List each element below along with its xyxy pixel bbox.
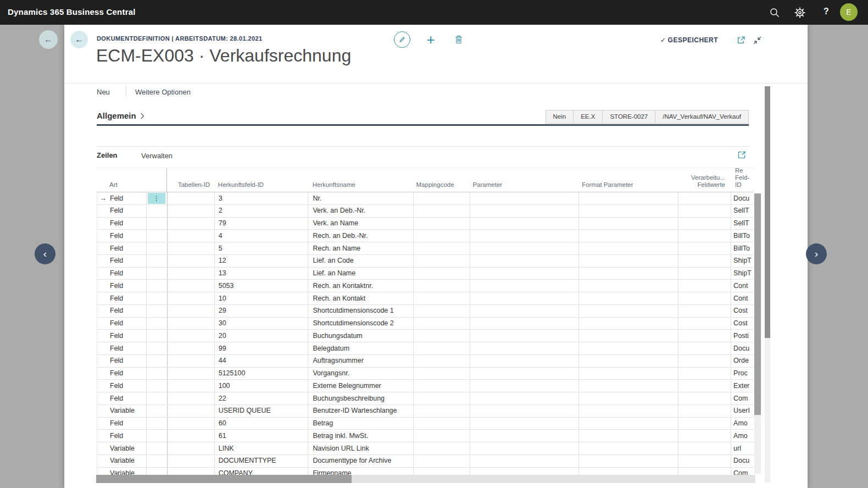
cell-verarb[interactable] [678,442,731,454]
open-in-new-window-icon[interactable] [736,36,746,46]
cell-tabellen_id[interactable] [168,318,215,330]
cell-tabellen_id[interactable] [168,292,215,304]
cell-verarb[interactable] [678,418,731,430]
cell-art[interactable]: Feld [97,330,147,342]
column-header-feld_id[interactable]: Herkunftsfeld-ID [214,168,308,192]
cell-format[interactable] [579,192,679,204]
table-vertical-scrollbar-thumb[interactable] [754,193,761,415]
column-header-row-menu[interactable] [146,168,167,192]
cell-row-menu[interactable] [147,368,168,380]
cell-format[interactable] [579,418,679,430]
cell-row-menu[interactable] [147,418,168,430]
cell-feld_id[interactable]: 5125100 [215,368,309,380]
cell-verarb[interactable] [678,430,731,442]
cell-name[interactable]: Externe Belegnummer [308,380,414,392]
cell-art[interactable]: Feld [97,318,147,330]
cell-parameter[interactable] [470,368,579,380]
cell-mapping[interactable] [414,268,470,280]
column-header-parameter[interactable]: Parameter [470,168,578,192]
cell-format[interactable] [579,405,679,417]
cell-ecm[interactable]: Docu [731,342,754,354]
column-header-ecm[interactable]: ECM Re Feld-ID [731,168,754,192]
cell-tabellen_id[interactable] [168,380,215,392]
cell-tabellen_id[interactable] [168,280,215,292]
cell-ecm[interactable]: Cost [731,318,754,330]
edit-button[interactable] [394,31,410,48]
help-icon[interactable]: ? [821,7,832,16]
cell-format[interactable] [579,242,679,254]
menu-item-weitere-optionen[interactable]: Weitere Optionen [135,88,191,96]
cell-ecm[interactable]: Com [731,392,754,404]
cell-mapping[interactable] [414,392,470,404]
cell-feld_id[interactable]: 5 [215,242,309,254]
cell-mapping[interactable] [414,255,470,267]
cell-ecm[interactable]: Amo [731,430,754,442]
tab-zeilen[interactable]: Zeilen [97,151,118,159]
page-vertical-scrollbar-thumb[interactable] [765,86,770,338]
cell-tabellen_id[interactable] [168,205,215,217]
cell-format[interactable] [579,455,679,467]
previous-record-button[interactable]: ‹ [35,243,55,264]
cell-format[interactable] [579,318,679,330]
cell-mapping[interactable] [414,342,470,354]
focus-mode-icon[interactable] [737,151,746,159]
cell-art[interactable]: Feld [97,430,147,442]
back-button[interactable]: ← [70,31,88,48]
cell-name[interactable]: Benutzer-ID Warteschlange [308,405,414,417]
cell-parameter[interactable] [470,330,579,342]
table-vertical-scrollbar[interactable] [754,193,761,474]
cell-name[interactable]: Vorgangsnr. [308,368,414,380]
cell-tabellen_id[interactable] [168,455,215,467]
cell-row-menu[interactable]: ⋮ [147,192,168,204]
cell-mapping[interactable] [414,192,470,204]
cell-parameter[interactable] [470,405,579,417]
cell-tabellen_id[interactable] [168,368,215,380]
cell-tabellen_id[interactable] [168,268,215,280]
cell-ecm[interactable]: Posti [731,330,754,342]
cell-format[interactable] [579,442,679,454]
cell-feld_id[interactable]: 30 [215,318,309,330]
cell-row-menu[interactable] [147,242,168,254]
table-horizontal-scrollbar-thumb[interactable] [96,475,352,483]
cell-name[interactable]: Nr. [308,192,414,204]
cell-art[interactable]: Feld [97,230,147,242]
cell-name[interactable]: Documenttype for Archive [308,455,414,467]
cell-ecm[interactable]: ShipT [731,255,754,267]
cell-parameter[interactable] [470,292,579,304]
cell-ecm[interactable]: url [731,442,754,454]
cell-name[interactable]: Lief. an Code [308,255,414,267]
cell-row-menu[interactable] [147,205,168,217]
cell-format[interactable] [579,380,679,392]
cell-parameter[interactable] [470,255,579,267]
column-header-tabellen_id[interactable]: Tabellen-ID [167,168,214,192]
cell-ecm[interactable]: Orde [731,355,754,367]
column-header-art[interactable]: Art [97,168,146,192]
cell-format[interactable] [579,255,679,267]
cell-verarb[interactable] [678,280,731,292]
column-header-name[interactable]: Herkunftsname [308,168,414,192]
cell-verarb[interactable] [678,205,731,217]
cell-format[interactable] [579,355,679,367]
cell-art[interactable]: Feld [97,255,147,267]
cell-parameter[interactable] [470,192,579,204]
cell-feld_id[interactable]: 20 [215,330,309,342]
cell-ecm[interactable]: Cont [731,292,754,304]
cell-name[interactable]: Shortcutdimensionscode 1 [308,305,414,317]
cell-row-menu[interactable] [147,218,168,230]
menu-verwalten[interactable]: Verwalten [141,152,173,160]
cell-feld_id[interactable]: 99 [215,342,309,354]
cell-tabellen_id[interactable] [168,305,215,317]
cell-name[interactable]: Rech. an Name [308,242,414,254]
cell-name[interactable]: Navision URL Link [308,442,414,454]
cell-parameter[interactable] [470,455,579,467]
cell-row-menu[interactable] [147,380,168,392]
cell-row-menu[interactable] [147,342,168,354]
cell-ecm[interactable]: Cont [731,280,754,292]
cell-ecm[interactable]: BillTo [731,242,754,254]
cell-mapping[interactable] [414,230,470,242]
cell-verarb[interactable] [678,242,731,254]
cell-feld_id[interactable]: 10 [215,292,309,304]
cell-art[interactable]: Feld→ [97,192,147,204]
cell-row-menu[interactable] [147,230,168,242]
cell-mapping[interactable] [414,205,470,217]
